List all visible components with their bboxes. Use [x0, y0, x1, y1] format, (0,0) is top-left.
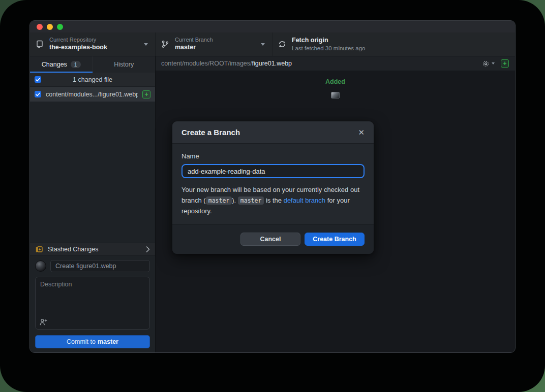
- changes-count-badge: 1: [71, 61, 81, 68]
- commit-summary-input[interactable]: [50, 260, 150, 272]
- default-branch-link[interactable]: default branch: [284, 197, 325, 204]
- current-branch-dropdown[interactable]: Current Branch master: [156, 32, 272, 56]
- commit-button[interactable]: Commit to master: [35, 335, 150, 348]
- tab-history[interactable]: History: [93, 56, 156, 73]
- diff-options-dropdown[interactable]: [482, 60, 495, 68]
- changed-file-row[interactable]: content/modules.../figure01.webp +: [30, 87, 155, 102]
- changed-files-summary: 1 changed file: [30, 76, 155, 83]
- github-desktop-window: Current Repository the-examples-book Cur…: [29, 20, 516, 353]
- file-added-icon: +: [142, 90, 150, 99]
- dialog-title: Create a Branch: [181, 128, 240, 137]
- file-path: content/modules.../figure01.webp: [46, 91, 138, 98]
- repo-icon: [36, 40, 44, 48]
- commit-button-branch: master: [98, 338, 118, 345]
- tab-history-label: History: [114, 61, 134, 68]
- minimize-window-button[interactable]: [47, 24, 53, 30]
- inline-code-master: master: [206, 197, 232, 205]
- dialog-text: ).: [232, 197, 238, 204]
- branch-name: master: [175, 44, 213, 52]
- repository-name: the-examples-book: [49, 44, 107, 52]
- sidebar: Changes 1 History 1 changed file content…: [30, 56, 156, 352]
- dialog-header: Create a Branch ✕: [172, 121, 374, 144]
- fetch-status: Last fetched 30 minutes ago: [292, 45, 366, 52]
- current-repository-dropdown[interactable]: Current Repository the-examples-book: [30, 32, 156, 56]
- changed-files-summary-row: 1 changed file: [30, 73, 155, 87]
- breadcrumb-filename: figure01.webp: [252, 60, 292, 67]
- inline-code-master: master: [238, 197, 264, 205]
- fetch-label: Fetch origin: [292, 37, 366, 45]
- create-branch-button[interactable]: Create Branch: [305, 233, 365, 246]
- fetch-origin-button[interactable]: Fetch origin Last fetched 30 minutes ago: [272, 32, 515, 56]
- sync-icon: [278, 40, 286, 48]
- sidebar-tabs: Changes 1 History: [30, 56, 155, 73]
- file-path-bar: content/modules/ROOT/images/figure01.web…: [156, 56, 515, 71]
- close-window-button[interactable]: [37, 24, 43, 30]
- dialog-body: Name Your new branch will be based on yo…: [172, 144, 374, 224]
- user-avatar: [35, 260, 46, 272]
- chevron-down-icon: [492, 62, 495, 64]
- repository-label: Current Repository: [49, 37, 107, 44]
- file-checkbox[interactable]: [35, 91, 41, 97]
- breadcrumb-directory: content/modules/ROOT/images/: [161, 60, 252, 67]
- tab-changes[interactable]: Changes 1: [30, 56, 93, 73]
- diff-added-icon[interactable]: +: [501, 59, 509, 68]
- gear-icon: [482, 60, 490, 68]
- stashed-changes-row[interactable]: Stashed Changes: [30, 243, 155, 255]
- zoom-window-button[interactable]: [57, 24, 63, 30]
- toolbar: Current Repository the-examples-book Cur…: [30, 32, 515, 56]
- commit-description-input[interactable]: [36, 277, 149, 329]
- chevron-down-icon: [261, 43, 265, 46]
- create-branch-dialog: Create a Branch ✕ Name Your new branch w…: [172, 121, 374, 254]
- tab-changes-label: Changes: [42, 61, 67, 68]
- git-branch-icon: [161, 40, 169, 48]
- dialog-description: Your new branch will be based on your cu…: [181, 185, 365, 216]
- add-coauthor-icon[interactable]: [40, 318, 47, 325]
- stashed-changes-label: Stashed Changes: [48, 246, 141, 253]
- stash-icon: [35, 245, 43, 253]
- chevron-down-icon: [144, 43, 148, 46]
- commit-description-box: [35, 277, 150, 330]
- commit-form: Commit to master: [30, 255, 155, 352]
- branch-name-input[interactable]: [181, 164, 365, 178]
- diff-status-label: Added: [325, 78, 345, 85]
- commit-button-prefix: Commit to: [67, 338, 96, 345]
- titlebar: [30, 21, 515, 32]
- image-thumbnail[interactable]: [331, 92, 340, 99]
- dialog-text: is the: [264, 197, 283, 204]
- chevron-right-icon: [146, 246, 150, 252]
- branch-name-label: Name: [181, 152, 365, 160]
- branch-label: Current Branch: [175, 37, 213, 44]
- close-icon[interactable]: ✕: [358, 128, 365, 136]
- cancel-button[interactable]: Cancel: [240, 233, 300, 246]
- file-list-empty-area: [30, 102, 155, 243]
- select-all-checkbox[interactable]: [35, 76, 41, 83]
- dialog-footer: Cancel Create Branch: [172, 224, 374, 254]
